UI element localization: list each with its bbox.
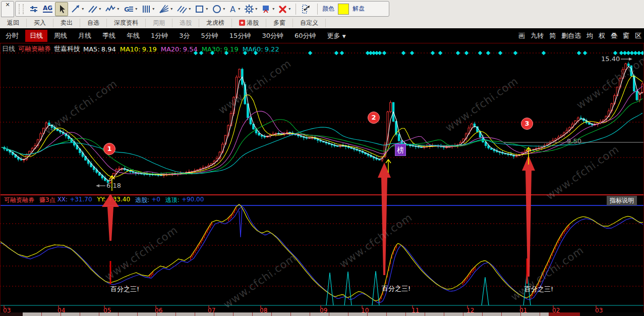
- gann-icon: G: [123, 4, 134, 14]
- pane-resize-icon: [301, 4, 312, 14]
- wave-tool-button[interactable]: ▾: [103, 3, 121, 16]
- chevron-down-icon[interactable]: ▾: [135, 7, 137, 11]
- hatch-tool-button[interactable]: ▾: [175, 3, 192, 16]
- period-tab-年线[interactable]: 年线: [122, 30, 144, 42]
- period-tab-月线[interactable]: 月线: [74, 30, 96, 42]
- tool-权[interactable]: 权: [599, 31, 605, 40]
- period-tab-more[interactable]: 更多 ▼: [322, 30, 350, 42]
- chevron-down-icon[interactable]: ▾: [288, 7, 290, 11]
- chevron-down-icon[interactable]: ▾: [170, 7, 172, 11]
- menu-item-多窗[interactable]: 多窗: [266, 19, 293, 27]
- period-tab-季线[interactable]: 季线: [98, 30, 120, 42]
- tool-均[interactable]: 均: [587, 31, 593, 40]
- dragon-tiger-badge[interactable]: 榜: [395, 144, 406, 156]
- flag-mark-icon: [261, 4, 271, 14]
- menu-item-深度资料[interactable]: 深度资料: [107, 19, 146, 27]
- chevron-down-icon[interactable]: ▾: [272, 7, 274, 11]
- sliders-icon: [29, 4, 39, 14]
- horizontal-scrollbar[interactable]: [0, 312, 644, 316]
- period-tab-30分钟[interactable]: 30分钟: [257, 30, 288, 42]
- menu-item-龙虎榜[interactable]: 龙虎榜: [199, 19, 232, 27]
- chevron-down-icon[interactable]: ▾: [152, 7, 154, 11]
- tool-区[interactable]: 区: [635, 31, 641, 40]
- margin-tag-label[interactable]: 可融资融券: [18, 44, 51, 54]
- tool-叠[interactable]: 叠: [611, 31, 617, 40]
- gear-icon: [244, 4, 254, 14]
- menu-item-周期[interactable]: 周期: [146, 19, 172, 27]
- fan-lines-icon: [158, 4, 169, 14]
- period-tab-分时[interactable]: 分时: [1, 30, 23, 42]
- vertical-lines-tool-button[interactable]: ▾: [140, 3, 156, 16]
- trendline-tool-button[interactable]: ▾: [69, 3, 85, 16]
- delete-drawing-button[interactable]: ▾: [277, 3, 292, 16]
- parallel-lines-tool-button[interactable]: ▾: [86, 3, 102, 16]
- tool-简[interactable]: 简: [549, 31, 556, 40]
- ma-value-MA10: MA10:9.19: [120, 45, 157, 53]
- ag-indicator-button[interactable]: AG: [41, 3, 54, 16]
- menu-item-自定义[interactable]: 自定义: [293, 19, 326, 27]
- period-tab-3分[interactable]: 3分: [174, 30, 194, 42]
- period-tab-1分钟[interactable]: 1分钟: [146, 30, 172, 42]
- period-tab-60分钟[interactable]: 60分钟: [290, 30, 321, 42]
- red-up-arrow: [522, 155, 535, 277]
- period-tab-15分钟[interactable]: 15分钟: [225, 30, 256, 42]
- adjust-sliders-button[interactable]: [27, 3, 40, 16]
- settings-tool-button[interactable]: ▾: [243, 3, 259, 16]
- signal-marker-2: 2: [368, 112, 380, 124]
- red-up-arrow: [102, 194, 119, 241]
- tool-九转[interactable]: 九转: [531, 31, 544, 40]
- low-price-label: 6.18: [106, 182, 121, 189]
- scrollbar-track[interactable]: [23, 312, 549, 316]
- percent-three-label-2: 百分之三!: [382, 284, 411, 293]
- high-price-label: 15.40: [601, 55, 620, 63]
- mark-tool-button[interactable]: ▾: [260, 3, 276, 16]
- signal-marker-1: 1: [103, 143, 115, 155]
- jiepan-button[interactable]: 解盘: [353, 5, 365, 13]
- menu-item-选股[interactable]: 选股: [172, 19, 199, 27]
- chevron-down-icon[interactable]: ▾: [117, 7, 119, 11]
- close-icon[interactable]: ✕: [5, 2, 10, 8]
- toolbar-grip-handle[interactable]: [19, 4, 24, 14]
- menu-item-自选[interactable]: 自选: [80, 19, 107, 27]
- color-label[interactable]: 颜色: [322, 5, 334, 13]
- text-tool-button[interactable]: A ▾: [227, 3, 242, 16]
- gann-tool-button[interactable]: G ▾: [122, 3, 139, 16]
- chevron-down-icon[interactable]: ▾: [189, 7, 191, 11]
- ma-line-20: [2, 98, 642, 174]
- menu-item-卖出[interactable]: 卖出: [53, 19, 80, 27]
- period-tab-日线[interactable]: 日线: [25, 30, 47, 42]
- menu-item-买入[interactable]: 买入: [27, 19, 53, 27]
- chevron-down-icon[interactable]: ▾: [206, 7, 208, 11]
- chevron-down-icon[interactable]: ▾: [82, 7, 84, 11]
- indicator-blue-spike: [239, 208, 242, 237]
- menu-item-返回[interactable]: 返回: [0, 19, 27, 27]
- scrollbar-thumb[interactable]: [549, 312, 580, 316]
- chevron-down-icon[interactable]: ▾: [255, 7, 257, 11]
- period-tab-5分钟[interactable]: 5分钟: [197, 30, 223, 42]
- fan-lines-tool-button[interactable]: ▾: [157, 3, 174, 16]
- period-right-tools: 画九转简删自选均权叠窗区: [518, 28, 641, 43]
- rectangle-tool-button[interactable]: ▾: [193, 3, 209, 16]
- tool-窗[interactable]: 窗: [623, 31, 629, 40]
- toolbar-separator: [296, 4, 296, 15]
- text-tool-icon: A: [229, 4, 237, 14]
- toolbar-separator: [317, 4, 318, 15]
- period-tab-周线[interactable]: 周线: [49, 30, 72, 42]
- toolbar-close-tab[interactable]: ✕: [1, 1, 14, 17]
- ma-values: MA5:8.94MA10:9.19MA20:9.54MA30:9.19MA60:…: [83, 45, 279, 53]
- chevron-down-icon[interactable]: ▾: [223, 7, 225, 11]
- color-swatch[interactable]: [338, 4, 349, 15]
- top-gray-area: ✕ AG ▾ ▾ ▾ G ▾ ▾: [0, 0, 644, 28]
- cursor-icon: [57, 4, 66, 14]
- pane-resize-button[interactable]: [300, 3, 314, 16]
- tool-画[interactable]: 画: [518, 31, 525, 40]
- chart-period-label[interactable]: 日线: [2, 44, 15, 54]
- circle-tool-button[interactable]: ▾: [210, 3, 226, 16]
- red-up-arrow: [378, 163, 391, 275]
- ma-value-MA30: MA30:9.19: [202, 45, 239, 53]
- tool-删自选[interactable]: 删自选: [561, 31, 581, 40]
- chevron-down-icon[interactable]: ▾: [99, 7, 101, 11]
- cursor-tool-button[interactable]: [55, 2, 68, 16]
- chevron-down-icon[interactable]: ▾: [238, 7, 240, 11]
- menu-item-港股[interactable]: ★港股: [232, 19, 266, 27]
